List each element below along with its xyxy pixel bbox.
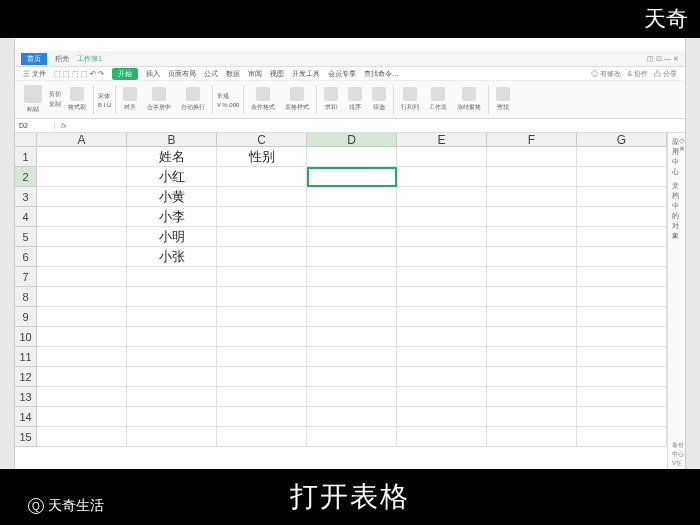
cell-E2[interactable] bbox=[397, 167, 487, 187]
cell-D10[interactable] bbox=[307, 327, 397, 347]
row-header[interactable]: 8 bbox=[15, 287, 37, 307]
cell-D13[interactable] bbox=[307, 387, 397, 407]
row-header[interactable]: 5 bbox=[15, 227, 37, 247]
menu-formula[interactable]: 公式 bbox=[204, 69, 218, 79]
cell-A7[interactable] bbox=[37, 267, 127, 287]
cell-D9[interactable] bbox=[307, 307, 397, 327]
cell-D2[interactable] bbox=[307, 167, 397, 187]
cell-B4[interactable]: 小李 bbox=[127, 207, 217, 227]
menu-layout[interactable]: 页面布局 bbox=[168, 69, 196, 79]
cell-E4[interactable] bbox=[397, 207, 487, 227]
cell-E1[interactable] bbox=[397, 147, 487, 167]
cell-F3[interactable] bbox=[487, 187, 577, 207]
cell-C15[interactable] bbox=[217, 427, 307, 447]
cell-C1[interactable]: 性别 bbox=[217, 147, 307, 167]
cell-G11[interactable] bbox=[577, 347, 667, 367]
cell-B15[interactable] bbox=[127, 427, 217, 447]
cell-F14[interactable] bbox=[487, 407, 577, 427]
row-header[interactable]: 11 bbox=[15, 347, 37, 367]
ribbon-freeze[interactable]: 冻结窗格 bbox=[454, 87, 484, 112]
ribbon-worksheet[interactable]: 工作表 bbox=[426, 87, 450, 112]
menu-review[interactable]: 审阅 bbox=[248, 69, 262, 79]
cell-D15[interactable] bbox=[307, 427, 397, 447]
col-header-C[interactable]: C bbox=[217, 133, 307, 147]
cell-D4[interactable] bbox=[307, 207, 397, 227]
menu-insert[interactable]: 插入 bbox=[146, 69, 160, 79]
select-all-corner[interactable] bbox=[15, 133, 37, 147]
cell-G1[interactable] bbox=[577, 147, 667, 167]
cell-E5[interactable] bbox=[397, 227, 487, 247]
cell-F9[interactable] bbox=[487, 307, 577, 327]
row-header[interactable]: 2 bbox=[15, 167, 37, 187]
cell-D8[interactable] bbox=[307, 287, 397, 307]
cell-C3[interactable] bbox=[217, 187, 307, 207]
menu-share[interactable]: 凸 分享 bbox=[654, 69, 677, 79]
cell-E7[interactable] bbox=[397, 267, 487, 287]
ribbon-wrap[interactable]: 自动换行 bbox=[178, 87, 208, 112]
cell-A15[interactable] bbox=[37, 427, 127, 447]
cell-B11[interactable] bbox=[127, 347, 217, 367]
cell-C12[interactable] bbox=[217, 367, 307, 387]
ribbon-sort[interactable]: 排序 bbox=[345, 87, 365, 112]
row-header[interactable]: 14 bbox=[15, 407, 37, 427]
cell-E3[interactable] bbox=[397, 187, 487, 207]
cell-D3[interactable] bbox=[307, 187, 397, 207]
cell-D14[interactable] bbox=[307, 407, 397, 427]
cell-G4[interactable] bbox=[577, 207, 667, 227]
cell-E9[interactable] bbox=[397, 307, 487, 327]
cell-E12[interactable] bbox=[397, 367, 487, 387]
cell-F12[interactable] bbox=[487, 367, 577, 387]
side-panel-close-icon[interactable]: ◇ ✕ bbox=[679, 137, 685, 177]
cell-G7[interactable] bbox=[577, 267, 667, 287]
cell-B3[interactable]: 小黄 bbox=[127, 187, 217, 207]
cell-A3[interactable] bbox=[37, 187, 127, 207]
menu-collab[interactable]: & 协作 bbox=[627, 69, 648, 79]
cell-F10[interactable] bbox=[487, 327, 577, 347]
tab-templates[interactable]: 稻壳 bbox=[55, 54, 69, 64]
cell-C10[interactable] bbox=[217, 327, 307, 347]
ribbon-align[interactable]: 对齐 bbox=[120, 87, 140, 112]
cell-A14[interactable] bbox=[37, 407, 127, 427]
cell-F8[interactable] bbox=[487, 287, 577, 307]
cell-B1[interactable]: 姓名 bbox=[127, 147, 217, 167]
cell-C7[interactable] bbox=[217, 267, 307, 287]
row-header[interactable]: 4 bbox=[15, 207, 37, 227]
cell-B12[interactable] bbox=[127, 367, 217, 387]
window-controls[interactable]: ◫ ⊡ — ✕ bbox=[647, 55, 679, 63]
cell-E15[interactable] bbox=[397, 427, 487, 447]
cell-D6[interactable] bbox=[307, 247, 397, 267]
cell-C2[interactable] bbox=[217, 167, 307, 187]
cell-A9[interactable] bbox=[37, 307, 127, 327]
cell-F7[interactable] bbox=[487, 267, 577, 287]
cell-A4[interactable] bbox=[37, 207, 127, 227]
side-panel-backup[interactable]: 备份中心 bbox=[672, 441, 685, 459]
cell-B5[interactable]: 小明 bbox=[127, 227, 217, 247]
cell-A11[interactable] bbox=[37, 347, 127, 367]
row-header[interactable]: 7 bbox=[15, 267, 37, 287]
row-header[interactable]: 15 bbox=[15, 427, 37, 447]
menu-dev[interactable]: 开发工具 bbox=[292, 69, 320, 79]
cell-F1[interactable] bbox=[487, 147, 577, 167]
cell-G15[interactable] bbox=[577, 427, 667, 447]
cell-G14[interactable] bbox=[577, 407, 667, 427]
cell-C14[interactable] bbox=[217, 407, 307, 427]
cell-D12[interactable] bbox=[307, 367, 397, 387]
row-header[interactable]: 9 bbox=[15, 307, 37, 327]
cell-F13[interactable] bbox=[487, 387, 577, 407]
cell-F6[interactable] bbox=[487, 247, 577, 267]
cell-B9[interactable] bbox=[127, 307, 217, 327]
tab-home[interactable]: 首页 bbox=[21, 53, 47, 65]
cell-A12[interactable] bbox=[37, 367, 127, 387]
cell-C6[interactable] bbox=[217, 247, 307, 267]
cell-G5[interactable] bbox=[577, 227, 667, 247]
cell-A6[interactable] bbox=[37, 247, 127, 267]
cell-D5[interactable] bbox=[307, 227, 397, 247]
cell-E8[interactable] bbox=[397, 287, 487, 307]
cell-B10[interactable] bbox=[127, 327, 217, 347]
cell-B7[interactable] bbox=[127, 267, 217, 287]
cell-G13[interactable] bbox=[577, 387, 667, 407]
col-header-B[interactable]: B bbox=[127, 133, 217, 147]
menu-search[interactable]: 查找命令… bbox=[364, 69, 399, 79]
cell-B6[interactable]: 小张 bbox=[127, 247, 217, 267]
row-header[interactable]: 1 bbox=[15, 147, 37, 167]
